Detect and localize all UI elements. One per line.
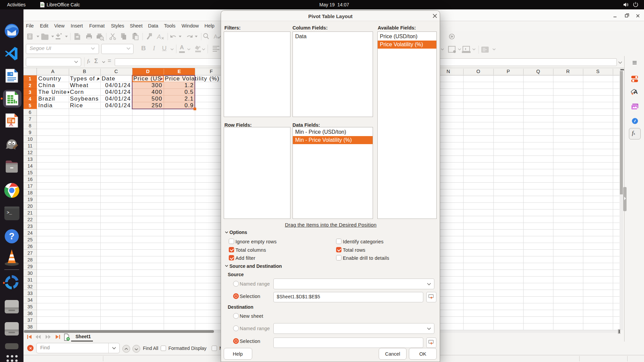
svg-text:>_: >_ <box>7 210 12 215</box>
svg-text:?: ? <box>9 231 15 241</box>
svg-text:A: A <box>157 34 161 40</box>
svg-text:A: A <box>214 34 218 40</box>
